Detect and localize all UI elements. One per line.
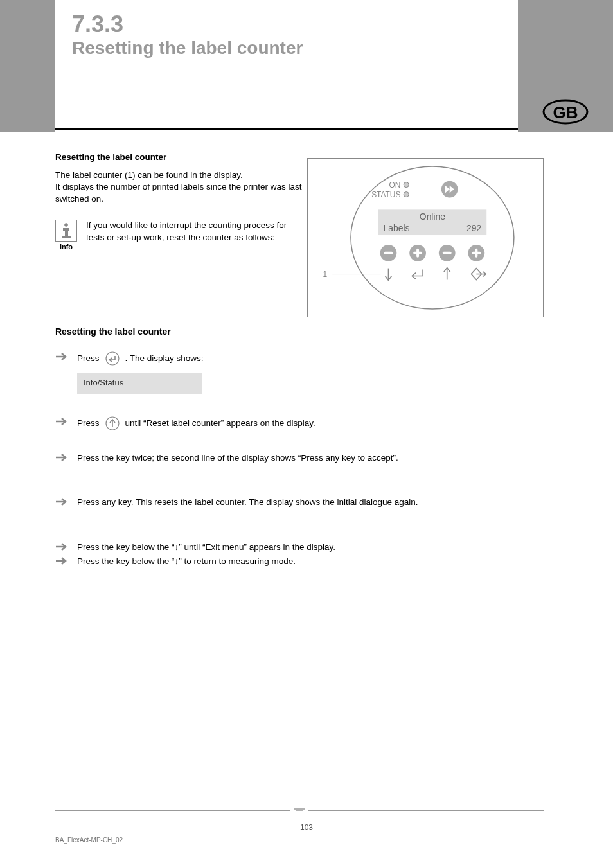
step-text: Press any key. This resets the label cou… [77, 496, 544, 509]
svg-point-32 [106, 352, 119, 365]
step-item: Press until “Reset label counter” appear… [55, 416, 544, 431]
lcd-display: Info/Status [77, 373, 202, 394]
step-text: Press the key below the “↓” until “Exit … [77, 541, 544, 554]
info-row: Info If you would like to interrupt the … [55, 220, 303, 251]
intro-line1: The label counter (1) can be found in th… [55, 170, 303, 181]
svg-point-10 [404, 192, 409, 197]
arrow-right-icon [55, 555, 68, 565]
svg-rect-22 [443, 252, 452, 254]
header-main: 7.3.3 Resetting the label counter [55, 0, 518, 132]
header-left-bar [0, 0, 55, 132]
display-panel-figure: ON STATUS Online Labels 292 [307, 158, 544, 317]
page-number: 103 [300, 823, 313, 832]
svg-rect-4 [65, 228, 68, 236]
svg-text:ON: ON [389, 181, 400, 190]
svg-text:292: 292 [466, 223, 481, 233]
svg-text:1: 1 [323, 270, 328, 279]
info-icon [55, 220, 77, 242]
svg-rect-20 [416, 249, 419, 258]
svg-text:Online: Online [420, 211, 445, 222]
enter-key-icon [105, 351, 120, 366]
step-text: Press the key below the “↓” to return to… [77, 555, 544, 568]
svg-point-2 [64, 223, 68, 227]
info-text: If you would like to interrupt the count… [86, 220, 303, 244]
svg-text:Labels: Labels [384, 223, 410, 233]
arrow-right-icon [55, 351, 68, 361]
info-label: Info [60, 243, 73, 251]
intro-line2: It displays the number of printed labels… [55, 181, 303, 204]
step-item: Press the key below the “↓” to return to… [55, 555, 544, 568]
header-right-bar: GB [518, 0, 613, 132]
svg-text:STATUS: STATUS [371, 190, 400, 199]
header-rule [55, 128, 518, 130]
svg-text:GB: GB [553, 103, 578, 122]
arrow-right-icon [55, 416, 68, 426]
step-item: Press any key. This resets the label cou… [55, 496, 544, 509]
step-text: . The display shows: [125, 352, 204, 365]
step-text: Press [77, 352, 100, 365]
footer-reference: BA_FlexAct-MP-CH_02 [55, 837, 123, 844]
steps-list: Press . The display shows: Info/Status [55, 351, 544, 574]
step-text: Press the key twice; the second line of … [77, 452, 544, 465]
steps-heading: Resetting the label counter [55, 326, 171, 337]
step-item: Press the key below the “↓” until “Exit … [55, 541, 544, 554]
step-item: Press . The display shows: Info/Status [55, 351, 544, 409]
up-key-icon [105, 416, 120, 431]
intro-heading: Resetting the label counter [55, 152, 303, 163]
language-badge: GB [541, 98, 590, 126]
svg-rect-17 [384, 252, 393, 254]
section-title: Resetting the label counter [72, 39, 501, 58]
section-number: 7.3.3 [72, 13, 501, 36]
svg-rect-25 [475, 249, 477, 258]
footer-rule [55, 804, 544, 817]
arrow-right-icon [55, 452, 68, 462]
intro-block: Resetting the label counter The label co… [55, 152, 303, 205]
arrow-right-icon [55, 541, 68, 551]
arrow-right-icon [55, 496, 68, 506]
svg-point-6 [351, 166, 514, 309]
step-text: Press [77, 417, 100, 430]
svg-point-8 [404, 182, 409, 188]
svg-rect-5 [62, 236, 71, 238]
step-item: Press the key twice; the second line of … [55, 452, 544, 465]
step-text: until “Reset label counter” appears on t… [125, 417, 315, 430]
